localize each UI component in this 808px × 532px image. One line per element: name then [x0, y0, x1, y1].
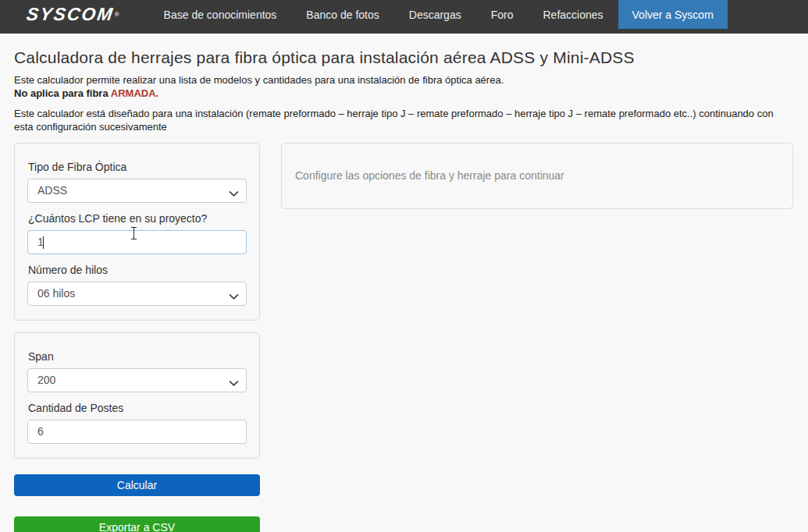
- lcp-count-group: [27, 230, 247, 254]
- fiber-options-panel: Tipo de Fibra Óptica ADSS ¿Cuántos LCP t…: [14, 143, 260, 321]
- text-caret: [43, 236, 44, 249]
- page-title: Calculadora de herrajes para fibra óptic…: [14, 48, 793, 67]
- postes-group: [27, 420, 247, 444]
- results-panel: Configure las opciones de fibra y herraj…: [281, 143, 793, 209]
- lcp-count-input[interactable]: [27, 230, 247, 254]
- hilos-label: Número de hilos: [28, 264, 247, 276]
- warning-prefix: No aplica para fibra: [14, 87, 111, 99]
- lcp-count-label: ¿Cuántos LCP tiene en su proyecto?: [28, 212, 247, 225]
- fiber-type-select[interactable]: ADSS: [27, 179, 247, 203]
- calculator-layout: Tipo de Fibra Óptica ADSS ¿Cuántos LCP t…: [14, 143, 793, 532]
- intro-text: Este calculador permite realizar una lis…: [14, 74, 793, 87]
- description-text: Este calculador está diseñado para una i…: [14, 108, 793, 134]
- warning-text: No aplica para fibra ARMADA.: [14, 87, 793, 101]
- span-label: Span: [28, 350, 247, 363]
- hilos-group: 06 hilos: [27, 282, 247, 306]
- registered-trademark-icon: ®: [115, 11, 119, 19]
- export-csv-button[interactable]: Exportar a CSV: [14, 516, 260, 532]
- nav-item-base-de-conocimientos[interactable]: Base de conocimientos: [149, 0, 292, 29]
- hilos-select[interactable]: 06 hilos: [27, 282, 247, 306]
- span-options-panel: Span 200 Cantidad de Postes: [14, 332, 260, 459]
- nav-item-banco-de-fotos[interactable]: Banco de fotos: [291, 0, 393, 29]
- fiber-type-label: Tipo de Fibra Óptica: [28, 161, 247, 173]
- postes-label: Cantidad de Postes: [28, 402, 247, 414]
- nav-item-refacciones[interactable]: Refacciones: [528, 0, 618, 29]
- form-column: Tipo de Fibra Óptica ADSS ¿Cuántos LCP t…: [14, 143, 260, 532]
- top-navbar: SYSCOM ® Base de conocimientos Banco de …: [0, 0, 808, 34]
- span-select[interactable]: 200: [27, 368, 247, 392]
- warning-highlight: ARMADA.: [111, 87, 158, 99]
- results-placeholder-text: Configure las opciones de fibra y herraj…: [295, 169, 564, 182]
- main-content: Calculadora de herrajes para fibra óptic…: [0, 48, 808, 532]
- nav-item-volver-a-syscom[interactable]: Volver a Syscom: [618, 0, 728, 29]
- fiber-type-group: ADSS: [27, 179, 247, 203]
- calculate-button[interactable]: Calcular: [14, 474, 260, 496]
- syscom-logo[interactable]: SYSCOM ®: [27, 0, 119, 29]
- mouse-cursor-ibeam: [133, 228, 134, 239]
- nav-item-descargas[interactable]: Descargas: [394, 0, 476, 29]
- postes-input[interactable]: [27, 420, 247, 444]
- span-group: 200: [27, 368, 247, 392]
- syscom-logo-text: SYSCOM: [25, 4, 115, 25]
- nav-item-foro[interactable]: Foro: [476, 0, 529, 29]
